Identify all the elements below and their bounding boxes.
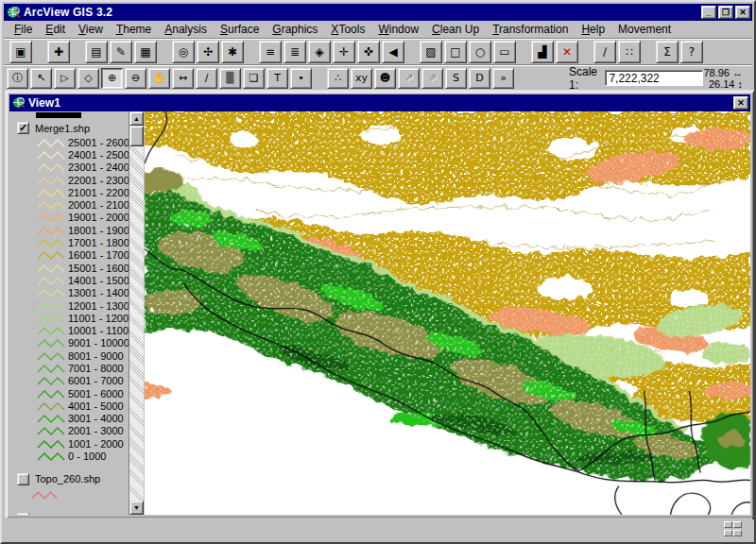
measure-tool[interactable]: ↔	[172, 68, 194, 89]
s-tool[interactable]: S	[445, 68, 467, 89]
legend-class-row[interactable]: 17001 - 18000	[9, 236, 129, 248]
legend-class-row[interactable]: 4001 - 5000	[9, 400, 129, 412]
legend-class-row[interactable]: 24001 - 25000	[9, 148, 129, 161]
legend-class-row[interactable]: 12001 - 13000	[9, 299, 129, 312]
scrollbar-thumb[interactable]	[129, 126, 144, 146]
more-tools-button[interactable]: »	[492, 68, 514, 89]
theme-checkbox[interactable]	[17, 513, 29, 515]
query-builder-button[interactable]: ✱	[221, 41, 244, 63]
edit-legend-button[interactable]: ✎	[110, 41, 132, 63]
legend-class-row[interactable]: 16001 - 17000	[9, 249, 129, 262]
zoom-in-tool[interactable]: ⊕	[101, 68, 123, 89]
legend-class-row[interactable]: 10001 - 11000	[9, 324, 129, 336]
legend-class-row[interactable]: 5001 - 6000	[9, 387, 129, 400]
steepest-path-tool[interactable]: ⇗	[421, 68, 443, 89]
merge-themes-button[interactable]: ≡	[259, 41, 282, 63]
view-titlebar[interactable]: View1 ✕	[9, 94, 750, 111]
fill-pattern-tool[interactable]: ▒	[219, 68, 241, 89]
scale-input[interactable]	[605, 70, 703, 86]
menu-theme[interactable]: Theme	[110, 21, 158, 38]
callout-tool[interactable]: ❑	[243, 68, 265, 89]
select-frame-button[interactable]: ▭	[493, 41, 516, 63]
legend-class-row[interactable]: 7001 - 8000	[9, 362, 129, 374]
view-close-button[interactable]: ✕	[733, 96, 748, 110]
identify-tool[interactable]: ⓘ	[7, 68, 28, 89]
theme-properties-button[interactable]: ▤	[85, 41, 108, 63]
select-polygon-tool[interactable]: ◇	[77, 68, 99, 89]
menu-surface[interactable]: Surface	[214, 21, 266, 38]
save-project-button[interactable]: ▣	[9, 41, 32, 63]
viewshed-tool[interactable]: ☻	[374, 68, 396, 89]
clip-themes-button[interactable]: ≣	[284, 41, 306, 63]
legend-class-row[interactable]: 18001 - 19000	[9, 224, 129, 236]
close-button[interactable]: ✕	[735, 6, 750, 19]
legend-symbol-topo260[interactable]	[9, 487, 129, 502]
menu-graphics[interactable]: Graphics	[266, 21, 324, 38]
map-canvas[interactable]	[145, 111, 750, 515]
legend-class-row[interactable]: 13001 - 14000	[9, 287, 129, 299]
add-theme-button[interactable]: ✚	[47, 41, 70, 63]
text-tool[interactable]: T	[266, 68, 288, 89]
menu-movement[interactable]: Movement	[611, 21, 678, 38]
d-tool[interactable]: D	[469, 68, 490, 89]
zoom-to-extent-button[interactable]: ✜	[357, 41, 380, 63]
legend-class-row[interactable]: 25001 - 26000	[9, 136, 129, 148]
minimize-button[interactable]: _	[701, 6, 716, 19]
clear-selection-button[interactable]: ✕	[556, 41, 578, 63]
menu-analysis[interactable]: Analysis	[158, 21, 214, 38]
legend-class-row[interactable]: 11001 - 12000	[9, 312, 129, 324]
legend-scrollbar[interactable]: ▲ ▼	[129, 111, 144, 515]
menu-cleanup[interactable]: Clean Up	[425, 21, 486, 38]
legend-theme-topo260[interactable]: Topo_260.shp	[9, 471, 129, 487]
legend-class-row[interactable]: 22001 - 23000	[9, 174, 129, 186]
legend-class-row[interactable]: 21001 - 22000	[9, 186, 129, 198]
vertex-edit-tool[interactable]: ▷	[54, 68, 76, 89]
area-length-button[interactable]: ∷	[618, 41, 641, 63]
legend-class-row[interactable]: 3001 - 4000	[9, 413, 129, 425]
legend-class-row[interactable]: 8001 - 9000	[9, 349, 129, 362]
select-features-button[interactable]: ▨	[420, 41, 442, 63]
legend-class-row[interactable]: 20001 - 21000	[9, 198, 129, 211]
menu-xtools[interactable]: XTools	[324, 21, 371, 38]
xy-digitize-tool[interactable]: xy	[351, 68, 372, 89]
zoom-previous-button[interactable]: ◀	[382, 41, 404, 63]
select-rectangle-button[interactable]: □	[444, 41, 467, 63]
legend-class-row[interactable]: 0 - 1000	[9, 450, 129, 462]
sum-button[interactable]: Σ	[656, 41, 679, 63]
histogram-button[interactable]: ▟	[531, 41, 554, 63]
legend-class-row[interactable]: 2001 - 3000	[9, 425, 129, 437]
open-theme-table-button[interactable]: ▦	[134, 41, 157, 63]
point-tool[interactable]: •	[290, 68, 312, 89]
legend-theme-topo250[interactable]: Topo_250.shp	[9, 511, 129, 515]
menu-transformation[interactable]: Transformation	[486, 21, 575, 38]
menu-help[interactable]: Help	[575, 21, 611, 38]
line-of-sight-tool[interactable]: ↗	[398, 68, 420, 89]
legend-class-row[interactable]: 6001 - 7000	[9, 375, 129, 387]
scroll-down-button[interactable]: ▼	[129, 501, 144, 515]
scroll-up-button[interactable]: ▲	[129, 111, 144, 126]
legend-theme-merge1[interactable]: ✓ Merge1.shp	[9, 120, 129, 136]
menu-view[interactable]: View	[72, 21, 110, 38]
legend-class-row[interactable]: 15001 - 16000	[9, 262, 129, 274]
pointer-tool[interactable]: ↖	[30, 68, 52, 89]
legend-class-row[interactable]: 1001 - 2000	[9, 437, 129, 450]
find-button[interactable]: ◎	[172, 41, 195, 63]
draw-line-tool[interactable]: ∕	[196, 68, 217, 89]
theme-checkbox[interactable]: ✓	[17, 122, 29, 134]
titlebar[interactable]: ArcView GIS 3.2 _ ❐ ✕	[4, 4, 752, 21]
menu-edit[interactable]: Edit	[39, 21, 72, 38]
restore-button[interactable]: ❐	[718, 6, 733, 19]
geoprocessing-button[interactable]: ◈	[308, 41, 331, 63]
pan-tool[interactable]: ✋	[148, 68, 170, 89]
locate-address-button[interactable]: ✣	[197, 41, 219, 63]
select-circle-button[interactable]: ○	[469, 41, 491, 63]
legend-class-row[interactable]: 23001 - 24000	[9, 162, 129, 174]
window-grip-icon[interactable]	[724, 521, 743, 537]
draw-profile-button[interactable]: ∕	[593, 41, 616, 63]
legend-class-row[interactable]: 14001 - 15000	[9, 274, 129, 286]
legend-class-row[interactable]: 9001 - 10000	[9, 337, 129, 349]
menu-file[interactable]: File	[8, 21, 39, 38]
legend-class-row[interactable]: 19001 - 20000	[9, 212, 129, 224]
zoom-out-tool[interactable]: ⊖	[125, 68, 146, 89]
zoom-to-selected-button[interactable]: ✛	[333, 41, 355, 63]
